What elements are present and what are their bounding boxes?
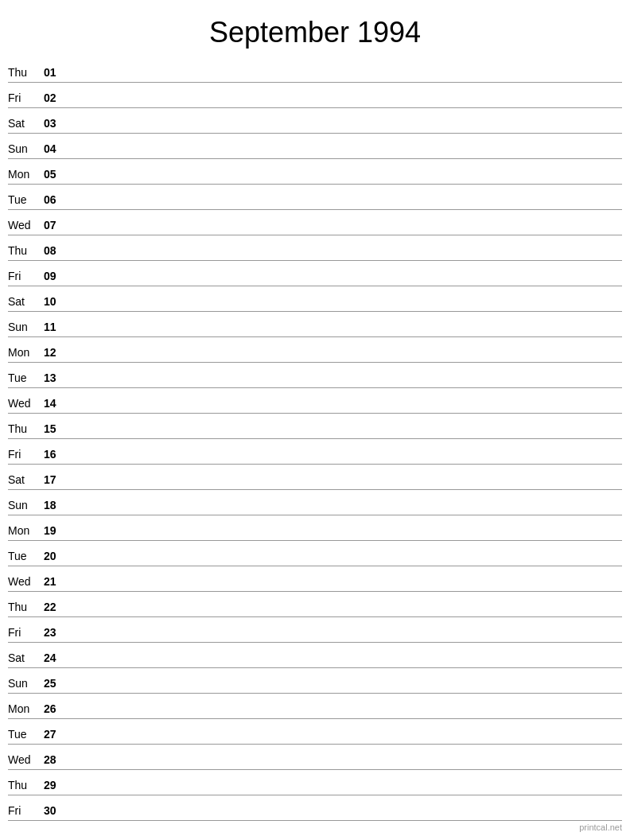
day-number: 16 bbox=[44, 448, 68, 461]
day-row: Mon26 bbox=[8, 694, 622, 719]
day-row: Mon05 bbox=[8, 159, 622, 185]
day-row: Sun04 bbox=[8, 134, 622, 159]
day-name: Mon bbox=[8, 168, 44, 181]
day-row: Thu01 bbox=[8, 57, 622, 83]
day-number: 11 bbox=[44, 321, 68, 333]
day-line bbox=[74, 663, 622, 664]
day-row: Sun25 bbox=[8, 668, 622, 694]
day-line bbox=[74, 256, 622, 257]
day-name: Thu bbox=[8, 422, 44, 435]
day-line bbox=[74, 714, 622, 715]
day-line bbox=[74, 612, 622, 613]
watermark: printcal.net bbox=[579, 822, 622, 832]
day-name: Fri bbox=[8, 626, 44, 639]
day-number: 21 bbox=[44, 575, 68, 588]
day-number: 19 bbox=[44, 524, 68, 537]
day-row: Sat24 bbox=[8, 643, 622, 668]
day-name: Mon bbox=[8, 346, 44, 359]
day-line bbox=[74, 282, 622, 282]
day-number: 30 bbox=[44, 804, 68, 817]
day-line bbox=[74, 638, 622, 639]
day-name: Fri bbox=[8, 804, 44, 817]
day-row: Sun11 bbox=[8, 312, 622, 337]
day-name: Thu bbox=[8, 66, 44, 79]
day-row: Wed14 bbox=[8, 388, 622, 414]
day-number: 04 bbox=[44, 142, 68, 155]
day-number: 15 bbox=[44, 422, 68, 435]
day-row: Mon19 bbox=[8, 515, 622, 541]
day-number: 10 bbox=[44, 295, 68, 308]
day-line bbox=[74, 205, 622, 206]
day-row: Thu22 bbox=[8, 592, 622, 617]
day-name: Fri bbox=[8, 91, 44, 104]
day-number: 03 bbox=[44, 117, 68, 130]
day-number: 25 bbox=[44, 677, 68, 690]
day-line bbox=[74, 231, 622, 231]
day-row: Sat03 bbox=[8, 108, 622, 134]
day-name: Tue bbox=[8, 550, 44, 562]
day-line bbox=[74, 511, 622, 511]
day-number: 01 bbox=[44, 66, 68, 79]
day-name: Wed bbox=[8, 397, 44, 410]
day-name: Sun bbox=[8, 677, 44, 690]
day-line bbox=[74, 587, 622, 588]
day-row: Thu15 bbox=[8, 414, 622, 439]
day-number: 27 bbox=[44, 728, 68, 741]
day-line bbox=[74, 689, 622, 690]
day-row: Fri30 bbox=[8, 795, 622, 821]
day-number: 13 bbox=[44, 371, 68, 384]
day-row: Thu08 bbox=[8, 235, 622, 261]
day-line bbox=[74, 562, 622, 562]
day-name: Thu bbox=[8, 779, 44, 791]
day-name: Thu bbox=[8, 601, 44, 613]
day-number: 29 bbox=[44, 779, 68, 791]
day-line bbox=[74, 765, 622, 766]
day-number: 06 bbox=[44, 193, 68, 206]
day-number: 07 bbox=[44, 219, 68, 231]
day-line bbox=[74, 154, 622, 155]
day-number: 22 bbox=[44, 601, 68, 613]
day-name: Tue bbox=[8, 193, 44, 206]
day-row: Sat10 bbox=[8, 286, 622, 312]
day-row: Tue27 bbox=[8, 719, 622, 745]
day-row: Fri23 bbox=[8, 617, 622, 643]
calendar-container: Thu01Fri02Sat03Sun04Mon05Tue06Wed07Thu08… bbox=[0, 57, 630, 821]
day-name: Sat bbox=[8, 117, 44, 130]
day-line bbox=[74, 103, 622, 104]
day-line bbox=[74, 434, 622, 435]
day-line bbox=[74, 460, 622, 461]
day-line bbox=[74, 180, 622, 181]
day-name: Wed bbox=[8, 575, 44, 588]
day-name: Sun bbox=[8, 321, 44, 333]
day-number: 26 bbox=[44, 702, 68, 715]
day-row: Sat17 bbox=[8, 465, 622, 490]
day-row: Sun18 bbox=[8, 490, 622, 515]
day-row: Fri02 bbox=[8, 83, 622, 108]
day-number: 24 bbox=[44, 651, 68, 664]
day-number: 14 bbox=[44, 397, 68, 410]
day-line bbox=[74, 791, 622, 791]
day-name: Sun bbox=[8, 499, 44, 511]
day-line bbox=[74, 78, 622, 79]
day-row: Wed21 bbox=[8, 566, 622, 592]
day-number: 05 bbox=[44, 168, 68, 181]
day-line bbox=[74, 358, 622, 359]
day-name: Mon bbox=[8, 702, 44, 715]
day-number: 20 bbox=[44, 550, 68, 562]
day-number: 08 bbox=[44, 244, 68, 257]
day-name: Sun bbox=[8, 142, 44, 155]
day-row: Wed07 bbox=[8, 210, 622, 235]
day-name: Sat bbox=[8, 473, 44, 486]
day-number: 23 bbox=[44, 626, 68, 639]
day-row: Fri09 bbox=[8, 261, 622, 286]
day-line bbox=[74, 307, 622, 308]
day-number: 09 bbox=[44, 270, 68, 282]
day-row: Wed28 bbox=[8, 745, 622, 770]
day-name: Tue bbox=[8, 728, 44, 741]
day-number: 28 bbox=[44, 753, 68, 766]
day-line bbox=[74, 816, 622, 817]
day-number: 12 bbox=[44, 346, 68, 359]
day-line bbox=[74, 129, 622, 130]
day-number: 02 bbox=[44, 91, 68, 104]
day-line bbox=[74, 409, 622, 410]
